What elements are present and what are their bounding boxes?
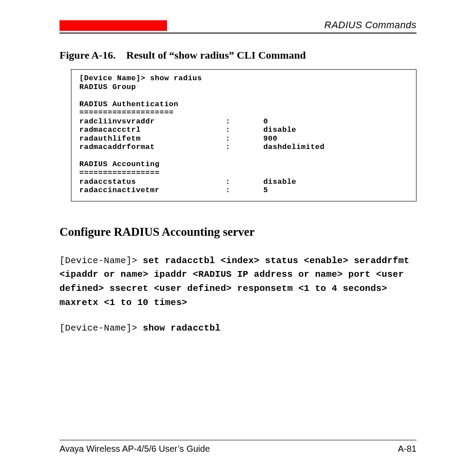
- header-red-block: [60, 20, 167, 31]
- page-header: RADIUS Commands: [60, 19, 416, 33]
- footer-right: A-81: [398, 444, 416, 454]
- cli-auth-header: RADIUS Authentication: [79, 100, 178, 108]
- command-block-1: [Device-Name]> set radacctbl <index> sta…: [60, 254, 416, 310]
- cli-row: radaccstatus : disable: [79, 178, 296, 186]
- cli-val: 5: [263, 186, 268, 194]
- cli-row: radmacaddrformat : dashdelimited: [79, 143, 325, 151]
- cli-val: dashdelimited: [263, 143, 324, 151]
- cli-val: 900: [263, 134, 277, 143]
- figure-caption: Figure A-16. Result of “show radius” CLI…: [60, 49, 416, 61]
- cli-acct-rule: =================: [79, 169, 160, 177]
- cli-key: radmacaccctrl: [79, 126, 141, 134]
- cli-key: radaccinactivetmr: [79, 186, 160, 194]
- cli-prompt: [Device-Name]>: [60, 323, 143, 333]
- page-footer: Avaya Wireless AP-4/5/6 User’s Guide A-8…: [60, 440, 416, 454]
- cli-acct-header: RADIUS Accounting: [79, 160, 160, 168]
- cli-key: radcliinvsvraddr: [79, 117, 155, 126]
- cli-val: disable: [263, 178, 296, 186]
- cli-key: radmacaddrformat: [79, 143, 155, 151]
- cli-row: radcliinvsvraddr : 0: [79, 117, 268, 126]
- cli-key: radaccstatus: [79, 178, 136, 186]
- cli-output-box: [Device Name]> show radius RADIUS Group …: [71, 69, 416, 201]
- page: RADIUS Commands Figure A-16. Result of “…: [0, 0, 476, 476]
- cli-auth-rule: ====================: [79, 108, 174, 117]
- section-heading: Configure RADIUS Accounting server: [60, 225, 416, 239]
- cli-command: show radacctbl: [143, 323, 220, 333]
- cli-val: disable: [263, 126, 296, 134]
- cli-row: radaccinactivetmr : 5: [79, 186, 268, 194]
- footer-left: Avaya Wireless AP-4/5/6 User’s Guide: [60, 444, 210, 454]
- command-block-2: [Device-Name]> show radacctbl: [60, 321, 416, 335]
- cli-group-label: RADIUS Group: [79, 83, 136, 91]
- header-section-title: RADIUS Commands: [167, 19, 416, 31]
- cli-row: radmacaccctrl : disable: [79, 126, 296, 134]
- cli-prompt: [Device-Name]>: [60, 256, 143, 266]
- cli-row: radauthlifetm : 900: [79, 134, 277, 143]
- cli-key: radauthlifetm: [79, 134, 141, 143]
- cli-val: 0: [263, 117, 268, 126]
- cli-prompt-line: [Device Name]> show radius: [79, 74, 202, 82]
